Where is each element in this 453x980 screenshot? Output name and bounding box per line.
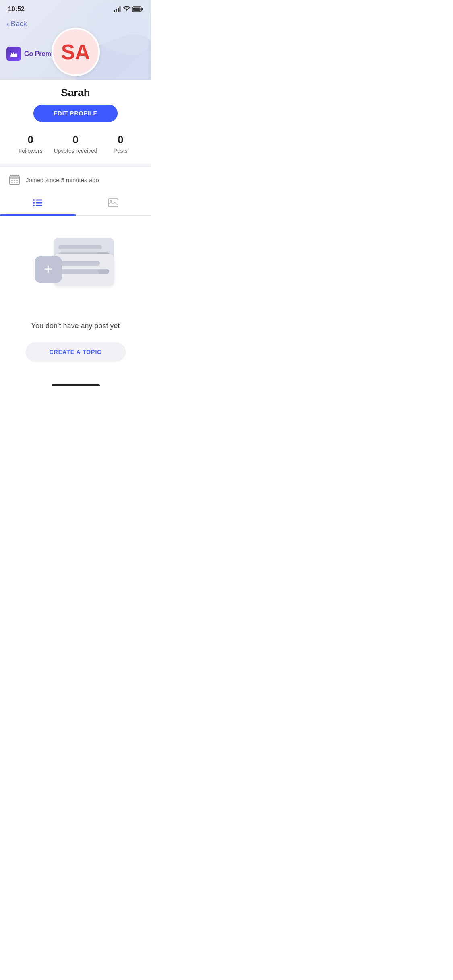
upvotes-label: Upvotes received: [53, 148, 98, 154]
svg-rect-14: [16, 180, 18, 181]
calendar-icon: [8, 173, 21, 186]
section-divider: [0, 164, 151, 167]
svg-rect-23: [36, 205, 42, 206]
svg-rect-0: [114, 10, 115, 12]
profile-section: Sarah EDIT PROFILE: [0, 80, 151, 122]
stat-followers[interactable]: 0 Followers: [8, 134, 53, 154]
svg-rect-1: [116, 9, 117, 12]
back-label: Back: [11, 20, 27, 28]
tabs-row: [0, 193, 151, 216]
svg-point-18: [33, 199, 35, 201]
empty-state: + You don't have any post yet CREATE A T…: [0, 216, 151, 378]
followers-label: Followers: [8, 148, 53, 154]
svg-rect-13: [14, 180, 15, 181]
posts-label: Posts: [98, 148, 143, 154]
stats-row: 0 Followers 0 Upvotes received 0 Posts: [0, 122, 151, 164]
wifi-icon: [123, 6, 130, 12]
svg-rect-6: [133, 8, 141, 11]
empty-state-message: You don't have any post yet: [31, 322, 120, 330]
svg-rect-17: [16, 182, 18, 183]
home-bar: [52, 384, 100, 386]
svg-point-22: [33, 205, 35, 206]
tab-gallery[interactable]: [76, 193, 151, 215]
svg-rect-2: [118, 8, 119, 12]
status-time: 10:52: [8, 6, 25, 13]
status-bar: 10:52: [0, 0, 151, 16]
status-icons: [114, 6, 143, 12]
signal-icon: [114, 6, 121, 12]
edit-profile-button[interactable]: EDIT PROFILE: [33, 105, 117, 122]
stat-posts[interactable]: 0 Posts: [98, 134, 143, 154]
battery-icon: [132, 6, 143, 12]
avatar-initials: SA: [61, 40, 90, 64]
svg-rect-9: [10, 176, 19, 179]
tab-list[interactable]: [0, 193, 76, 215]
svg-rect-15: [11, 182, 13, 183]
avatar: SA: [52, 28, 100, 76]
followers-count: 0: [8, 134, 53, 146]
svg-point-20: [33, 202, 35, 204]
svg-rect-21: [36, 202, 42, 204]
posts-count: 0: [98, 134, 143, 146]
joined-section: Joined since 5 minutes ago: [0, 167, 151, 193]
svg-rect-3: [120, 6, 121, 12]
gallery-view-icon: [108, 198, 118, 210]
empty-illustration: +: [31, 232, 120, 312]
svg-rect-12: [11, 180, 13, 181]
upvotes-count: 0: [53, 134, 98, 146]
svg-rect-16: [14, 182, 15, 183]
home-indicator: [0, 378, 151, 389]
list-view-icon: [33, 198, 43, 210]
svg-rect-19: [36, 200, 42, 201]
joined-text: Joined since 5 minutes ago: [26, 177, 99, 183]
stat-upvotes[interactable]: 0 Upvotes received: [53, 134, 98, 154]
svg-point-25: [110, 200, 112, 202]
back-chevron-icon: ‹: [6, 19, 9, 29]
create-topic-button[interactable]: CREATE A TOPIC: [25, 342, 126, 362]
avatar-container: SA: [0, 28, 151, 76]
profile-name: Sarah: [0, 86, 151, 99]
svg-rect-5: [142, 8, 143, 10]
